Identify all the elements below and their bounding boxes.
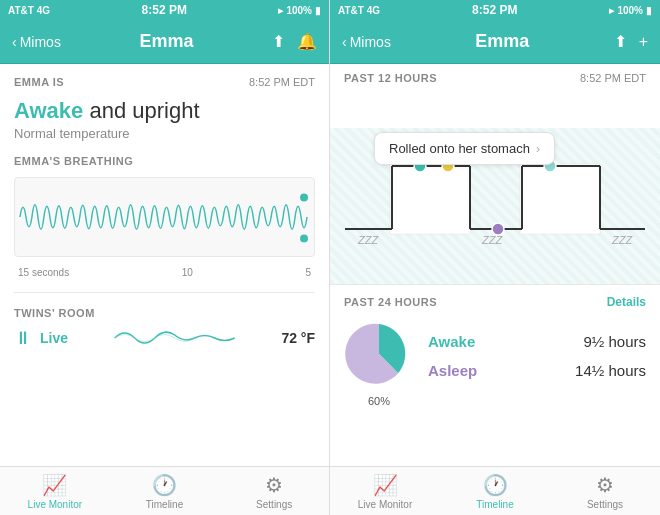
time-label-5: 5 <box>305 267 311 278</box>
left-tab-settings[interactable]: ⚙ Settings <box>219 473 329 510</box>
breathing-svg <box>15 178 314 256</box>
battery-icon: ▮ <box>315 5 321 16</box>
right-nav-title: Emma <box>475 31 529 52</box>
stat-label-asleep: Asleep <box>428 362 477 379</box>
room-row: ⏸ Live 72 °F <box>14 323 315 353</box>
chevron-left-icon: ‹ <box>12 34 17 50</box>
stat-value-asleep: 14½ hours <box>575 362 646 379</box>
back-label: Mimos <box>20 34 61 50</box>
right-status-bar: AT&T 4G 8:52 PM ▸ 100% ▮ <box>330 0 660 20</box>
left-status-text: and upright <box>89 98 199 123</box>
right-tab-timeline[interactable]: 🕐 Timeline <box>440 473 550 510</box>
svg-point-1 <box>300 235 308 243</box>
left-meta-label: EMMA IS <box>14 76 64 88</box>
right-bluetooth-icon: ▸ <box>609 5 614 16</box>
stat-row-awake: Awake 9½ hours <box>428 333 646 350</box>
left-nav-title: Emma <box>139 31 193 52</box>
tooltip-box[interactable]: Rolled onto her stomach › <box>374 132 555 165</box>
right-time: 8:52 PM <box>472 3 517 17</box>
svg-point-0 <box>300 194 308 202</box>
time-label-10: 10 <box>182 267 193 278</box>
svg-text:ZZZ: ZZZ <box>357 234 379 246</box>
hours-content: 60% Awake 9½ hours Asleep 14½ hours <box>344 319 646 393</box>
left-nav-actions: ⬆ 🔔 <box>272 32 317 51</box>
battery-label: 100% <box>286 5 312 16</box>
left-nav-bar: ‹ Mimos Emma ⬆ 🔔 <box>0 20 329 64</box>
room-wave-svg <box>76 323 273 353</box>
hours-stats: Awake 9½ hours Asleep 14½ hours <box>428 333 646 379</box>
tooltip-text: Rolled onto her stomach <box>389 141 530 156</box>
heartbeat-icon: 📈 <box>42 473 67 497</box>
right-tab-settings[interactable]: ⚙ Settings <box>550 473 660 510</box>
right-gear-icon: ⚙ <box>596 473 614 497</box>
svg-text:ZZZ: ZZZ <box>611 234 633 246</box>
right-plus-icon[interactable]: + <box>639 33 648 51</box>
breathing-chart <box>14 177 315 257</box>
left-time: 8:52 PM <box>142 3 187 17</box>
right-heartbeat-icon: 📈 <box>373 473 398 497</box>
timeline-area: PAST 12 HOURS 8:52 PM EDT Rolled onto he… <box>330 64 660 284</box>
left-carrier: AT&T 4G <box>8 5 50 16</box>
bell-icon[interactable]: 🔔 <box>297 32 317 51</box>
right-back-label: Mimos <box>350 34 391 50</box>
time-label-15: 15 seconds <box>18 267 69 278</box>
stat-row-asleep: Asleep 14½ hours <box>428 362 646 379</box>
left-content: EMMA IS 8:52 PM EDT Awake and upright No… <box>0 64 329 466</box>
left-status-main: Awake and upright Normal temperature <box>14 98 315 141</box>
right-battery-label: 100% <box>617 5 643 16</box>
live-label: Live <box>40 330 68 346</box>
stat-label-awake: Awake <box>428 333 475 350</box>
clock-icon: 🕐 <box>152 473 177 497</box>
left-status-highlight: Awake <box>14 98 83 123</box>
right-phone-panel: AT&T 4G 8:52 PM ▸ 100% ▮ ‹ Mimos Emma ⬆ … <box>330 0 660 515</box>
stat-value-awake: 9½ hours <box>583 333 646 350</box>
right-clock-icon: 🕐 <box>483 473 508 497</box>
svg-text:ZZZ: ZZZ <box>481 234 503 246</box>
hours-title: PAST 24 HOURS <box>344 296 437 308</box>
pie-chart-svg <box>344 319 414 389</box>
right-chevron-left-icon: ‹ <box>342 34 347 50</box>
left-status-line: Awake and upright <box>14 98 315 124</box>
svg-rect-2 <box>390 164 470 234</box>
left-tab-timeline[interactable]: 🕐 Timeline <box>110 473 220 510</box>
left-tab-live-monitor[interactable]: 📈 Live Monitor <box>0 473 110 510</box>
svg-rect-3 <box>520 164 600 234</box>
right-carrier: AT&T 4G <box>338 5 380 16</box>
bluetooth-icon: ▸ <box>278 5 283 16</box>
right-status-icons: ▸ 100% ▮ <box>609 5 652 16</box>
right-nav-bar: ‹ Mimos Emma ⬆ + <box>330 20 660 64</box>
right-tab-live-monitor[interactable]: 📈 Live Monitor <box>330 473 440 510</box>
hours-details-button[interactable]: Details <box>607 295 646 309</box>
hours-section: PAST 24 HOURS Details 60% <box>330 284 660 466</box>
pie-chart-container: 60% <box>344 319 414 393</box>
gear-icon: ⚙ <box>265 473 283 497</box>
left-meta-time: 8:52 PM EDT <box>249 76 315 88</box>
tooltip-arrow-icon: › <box>536 142 540 156</box>
chart-time-labels: 15 seconds 10 5 <box>14 267 315 278</box>
timeline-svg: ZZZ ZZZ ZZZ <box>330 64 660 284</box>
room-label: TWINS' ROOM <box>14 307 315 319</box>
left-breathing-label: EMMA'S BREATHING <box>14 155 315 167</box>
pie-percent-label: 60% <box>368 395 390 407</box>
right-battery-icon: ▮ <box>646 5 652 16</box>
right-back-button[interactable]: ‹ Mimos <box>342 34 391 50</box>
room-temp: 72 °F <box>281 330 315 346</box>
left-back-button[interactable]: ‹ Mimos <box>12 34 61 50</box>
right-tab-bar: 📈 Live Monitor 🕐 Timeline ⚙ Settings <box>330 466 660 515</box>
hours-header: PAST 24 HOURS Details <box>344 295 646 309</box>
left-tab-bar: 📈 Live Monitor 🕐 Timeline ⚙ Settings <box>0 466 329 515</box>
share-icon[interactable]: ⬆ <box>272 32 285 51</box>
pause-icon: ⏸ <box>14 328 32 349</box>
left-status-sub: Normal temperature <box>14 126 315 141</box>
left-status-bar: AT&T 4G 8:52 PM ▸ 100% ▮ <box>0 0 329 20</box>
left-status-icons: ▸ 100% ▮ <box>278 5 321 16</box>
room-section: TWINS' ROOM ⏸ Live 72 °F <box>14 292 315 353</box>
right-share-icon[interactable]: ⬆ <box>614 32 627 51</box>
left-meta-row: EMMA IS 8:52 PM EDT <box>14 76 315 88</box>
left-phone-panel: AT&T 4G 8:52 PM ▸ 100% ▮ ‹ Mimos Emma ⬆ … <box>0 0 330 515</box>
right-nav-actions: ⬆ + <box>614 32 648 51</box>
